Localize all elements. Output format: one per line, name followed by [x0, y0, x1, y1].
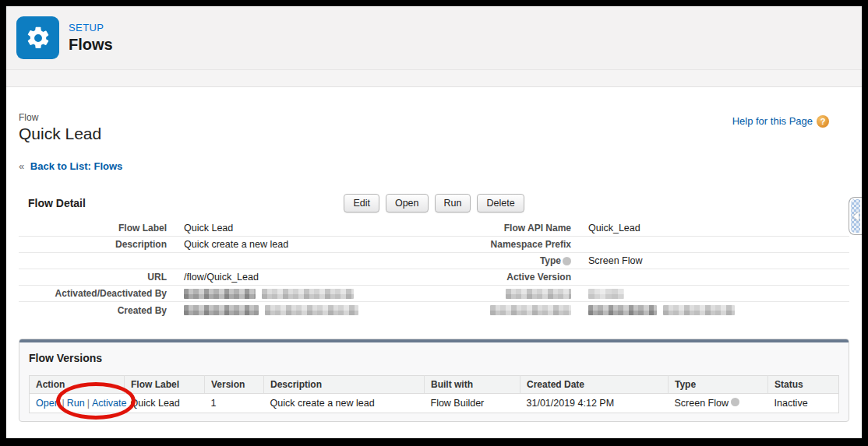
field-value: Quick Lead — [171, 223, 233, 234]
run-button[interactable]: Run — [435, 194, 471, 212]
detail-row-active-version: Active Version — [434, 269, 849, 286]
field-label: Type — [540, 255, 561, 266]
flow-versions-table: Action Flow Label Version Description Bu… — [29, 375, 839, 413]
setup-header: SETUP Flows — [6, 6, 862, 70]
run-link[interactable]: Run — [67, 398, 85, 409]
redacted-value — [588, 289, 624, 299]
detail-row-namespace-prefix: Namespace Prefix — [434, 237, 849, 253]
activate-link[interactable]: Activate — [92, 398, 126, 409]
field-value: /flow/Quick_Lead — [171, 272, 259, 283]
detail-row-activated-by: Activated/Deactivated By — [19, 286, 434, 302]
edit-button[interactable]: Edit — [344, 194, 379, 212]
collapse-arrow-icon — [853, 212, 859, 221]
table-row: Open|Run|Activate Quick Lead 1 Quick cre… — [30, 394, 839, 413]
open-link[interactable]: Open — [36, 398, 60, 409]
app-title: Flows — [69, 36, 113, 54]
col-built-with: Built with — [425, 376, 520, 394]
version-cell: 1 — [205, 394, 264, 413]
detail-row-redacted — [434, 286, 849, 302]
action-cell: Open|Run|Activate — [30, 394, 125, 413]
delete-button[interactable]: Delete — [477, 194, 524, 212]
redacted-label — [506, 289, 571, 299]
redacted-value — [265, 305, 358, 315]
help-for-this-page-link[interactable]: Help for this Page — [732, 115, 813, 127]
type-cell: Screen Flow — [669, 394, 768, 413]
field-label: Created By — [19, 305, 171, 316]
redacted-value — [663, 305, 735, 315]
separator: | — [87, 398, 90, 409]
info-icon[interactable] — [563, 257, 571, 265]
col-version: Version — [205, 376, 264, 394]
redacted-value — [184, 289, 256, 299]
redacted-value — [262, 289, 354, 299]
redacted-value — [184, 305, 259, 315]
info-icon[interactable] — [731, 398, 739, 406]
field-label: Description — [19, 239, 171, 250]
flow-versions-heading: Flow Versions — [19, 342, 849, 375]
detail-row-redacted — [434, 302, 849, 318]
field-label: Active Version — [434, 272, 576, 283]
col-created-date: Created Date — [520, 376, 669, 394]
page-title-block: Flow Quick Lead — [19, 112, 101, 143]
detail-row-description: Description Quick create a new lead — [19, 237, 434, 253]
description-cell: Quick create a new lead — [264, 394, 425, 413]
col-description: Description — [264, 376, 425, 394]
field-label: Flow API Name — [434, 223, 576, 234]
type-value: Screen Flow — [675, 398, 729, 409]
gear-icon — [16, 16, 59, 59]
flow-detail-heading: Flow Detail — [28, 197, 86, 209]
built-with-cell: Flow Builder — [425, 394, 520, 413]
separator: | — [62, 398, 65, 409]
field-label: URL — [19, 272, 171, 283]
redacted-value — [588, 305, 657, 315]
sidebar-collapse-handle[interactable] — [849, 197, 862, 235]
back-to-list-link[interactable]: Back to List: Flows — [30, 160, 122, 172]
flow-detail-grid: Flow Label Quick Lead Description Quick … — [19, 220, 849, 318]
detail-row-created-by: Created By — [19, 302, 434, 318]
screenshot-frame: SETUP Flows Flow Quick Lead Help for thi… — [0, 0, 868, 446]
field-label: Flow Label — [19, 223, 171, 234]
back-chevron: « — [19, 160, 24, 172]
col-type: Type — [669, 376, 768, 394]
detail-button-bar: Edit Open Run Delete — [19, 194, 849, 212]
field-value: Screen Flow — [576, 255, 642, 266]
page-title: Quick Lead — [19, 125, 101, 143]
col-status: Status — [768, 376, 839, 394]
setup-eyebrow: SETUP — [69, 22, 113, 33]
setup-flows-page: SETUP Flows Flow Quick Lead Help for thi… — [6, 6, 862, 438]
created-date-cell: 31/01/2019 4:12 PM — [520, 394, 669, 413]
detail-row-empty — [19, 253, 434, 269]
field-value: Quick_Lead — [576, 223, 640, 234]
status-cell: Inactive — [768, 394, 839, 413]
detail-row-flow-label: Flow Label Quick Lead — [19, 220, 434, 237]
detail-row-api-name: Flow API Name Quick_Lead — [434, 220, 849, 237]
field-label: Activated/Deactivated By — [19, 288, 171, 299]
header-substrip — [6, 70, 862, 87]
open-button[interactable]: Open — [386, 194, 429, 212]
field-label: Namespace Prefix — [434, 239, 576, 250]
field-value: Quick create a new lead — [171, 239, 288, 250]
detail-row-url: URL /flow/Quick_Lead — [19, 269, 434, 286]
flow-versions-section: Flow Versions Action Flow Label Version … — [19, 339, 849, 422]
col-action: Action — [30, 376, 125, 394]
help-question-icon[interactable]: ? — [817, 115, 829, 128]
detail-row-type: Type Screen Flow — [434, 253, 849, 269]
redacted-label — [490, 305, 571, 315]
col-flow-label: Flow Label — [125, 376, 205, 394]
flow-label-cell: Quick Lead — [125, 394, 205, 413]
object-label: Flow — [19, 112, 101, 123]
table-header-row: Action Flow Label Version Description Bu… — [30, 376, 839, 394]
